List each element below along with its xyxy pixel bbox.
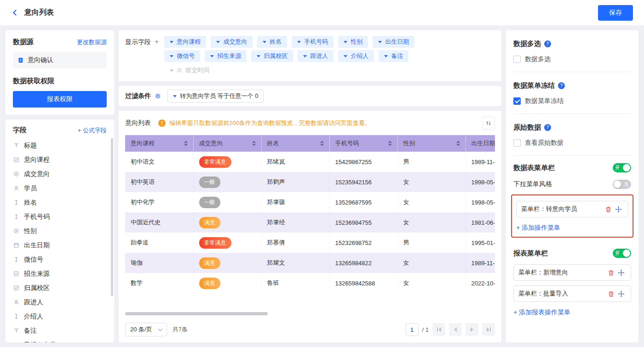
display-field-chip[interactable]: 跟进人 <box>298 50 334 62</box>
cell-intent: 满意 <box>193 273 261 293</box>
sidebar-scrollbar[interactable] <box>111 138 113 296</box>
delete-menu-button[interactable] <box>606 269 616 276</box>
chevron-down-icon <box>297 41 301 43</box>
sidebar-field-item[interactable]: 出生日期 <box>13 238 107 252</box>
back-button[interactable] <box>11 9 19 17</box>
column-header[interactable]: 性别 <box>397 135 466 152</box>
column-header[interactable]: 手机号码 <box>329 135 397 152</box>
chip-label: 备注 <box>391 52 403 60</box>
move-menu-button[interactable] <box>616 269 626 276</box>
display-field-chip[interactable]: 提交时间 <box>164 64 215 76</box>
cell-phone: 132659842588 <box>329 273 397 293</box>
delete-menu-button[interactable] <box>606 290 616 297</box>
question-icon[interactable]: ? <box>544 40 551 47</box>
save-button[interactable]: 保存 <box>598 5 633 21</box>
move-menu-button[interactable] <box>613 206 623 213</box>
sort-arrows-icon[interactable] <box>252 141 256 146</box>
chip-label: 跟进人 <box>310 52 328 60</box>
cell-gender: 男 <box>397 233 466 253</box>
display-field-chip[interactable]: 姓名 <box>257 36 287 48</box>
radio-icon <box>13 228 20 234</box>
sidebar-field-item[interactable]: 招生来源 <box>13 267 107 281</box>
sidebar-field-item[interactable]: 手机号码 <box>13 210 107 224</box>
sidebar-field-item[interactable]: 已报名交费 <box>13 338 107 342</box>
dropdown-style-toggle[interactable]: 关 <box>613 180 631 189</box>
report-menu-items: 菜单栏：新增意向菜单栏：批量导入 <box>513 264 631 302</box>
sidebar-field-item[interactable]: 性别 <box>13 224 107 238</box>
prev-page-button[interactable] <box>449 323 462 336</box>
sort-arrows-icon[interactable] <box>320 141 324 146</box>
sort-button[interactable] <box>482 117 495 130</box>
cell-gender: 女 <box>397 172 466 192</box>
last-page-button[interactable] <box>482 323 495 336</box>
sidebar-field-item[interactable]: 备注 <box>13 324 107 338</box>
table-horizontal-scrollbar[interactable] <box>125 312 268 315</box>
sidebar-field-label: 出生日期 <box>24 241 50 250</box>
column-header[interactable]: 成交意向 <box>193 135 261 152</box>
next-page-button[interactable] <box>466 323 478 336</box>
sidebar-field-item[interactable]: 标题 <box>13 138 107 153</box>
filter-condition-chip[interactable]: 转为意向学员 等于任意一个 0 <box>167 90 264 102</box>
add-report-menu-link[interactable]: + 添加报表操作菜单 <box>513 308 570 317</box>
display-field-chip[interactable]: 意向课程 <box>164 36 206 48</box>
display-field-chip[interactable]: 介绍人 <box>338 50 374 62</box>
display-field-chip[interactable]: 归属校区 <box>251 50 293 62</box>
sort-arrows-icon[interactable] <box>388 141 392 146</box>
checkbox-checked[interactable] <box>513 97 521 105</box>
add-action-menu-link[interactable]: + 添加操作菜单 <box>516 224 560 232</box>
column-header[interactable]: 意向课程 <box>125 135 193 152</box>
filter-settings-icon[interactable] <box>155 93 161 99</box>
display-field-chip[interactable]: 备注 <box>379 50 408 62</box>
chevron-down-icon <box>384 55 388 57</box>
add-display-field-button[interactable]: + <box>155 36 159 76</box>
column-header[interactable]: 姓名 <box>261 135 329 152</box>
first-page-button[interactable] <box>432 323 445 336</box>
toggle-off-label: 关 <box>622 182 630 187</box>
add-formula-field-link[interactable]: + 公式字段 <box>78 126 107 135</box>
datasource-item[interactable]: 意向确认 <box>13 52 107 68</box>
sort-arrows-icon[interactable] <box>184 141 188 146</box>
display-field-chip[interactable]: 微信号 <box>164 50 200 62</box>
sort-arrows-icon[interactable] <box>456 141 460 146</box>
sidebar-field-item[interactable]: 意向课程 <box>13 153 107 167</box>
page-size-select[interactable]: 20 条/页 <box>125 323 167 336</box>
sidebar-field-item[interactable]: 归属校区 <box>13 281 107 295</box>
chevron-down-icon <box>173 95 177 97</box>
chip-label: 介绍人 <box>351 52 368 60</box>
sidebar-field-item[interactable]: 介绍人 <box>13 309 107 324</box>
menu-item[interactable]: 菜单栏：批量导入 <box>513 285 631 302</box>
report-menu-toggle[interactable]: 开 <box>613 249 631 258</box>
sidebar-field-item[interactable]: 姓名 <box>13 195 107 210</box>
sidebar-field-item[interactable]: 微信号 <box>13 252 107 267</box>
multi-select-checkbox-row[interactable]: 数据多选 <box>513 55 631 63</box>
question-icon[interactable]: ? <box>544 124 551 131</box>
toggle-on-label: 开 <box>614 251 621 256</box>
raw-data-checkbox-row[interactable]: 查看原始数据 <box>513 139 631 147</box>
display-field-chip[interactable]: 成交意向 <box>211 36 253 48</box>
cell-gender: 男 <box>397 152 466 172</box>
display-field-chip[interactable]: 手机号码 <box>292 36 334 48</box>
checkbox-unchecked[interactable] <box>513 139 521 147</box>
table-menu-toggle[interactable]: 开 <box>613 163 631 172</box>
table-row: 初中语文非常满意郑绪岚15429867255男1989-11- <box>125 152 495 172</box>
move-menu-button[interactable] <box>616 290 626 297</box>
column-header[interactable]: 出生日期 <box>466 135 495 152</box>
change-datasource-link[interactable]: 更改数据源 <box>77 38 107 46</box>
sidebar-field-item[interactable]: 成交意向 <box>13 167 107 181</box>
delete-menu-button[interactable] <box>603 206 613 213</box>
display-field-chip[interactable]: 性别 <box>338 36 368 48</box>
sidebar-field-item[interactable]: 学员 <box>13 181 107 195</box>
menu-item[interactable]: 菜单栏：新增意向 <box>513 264 631 281</box>
sidebar-field-item[interactable]: 跟进人 <box>13 295 107 309</box>
column-header-label: 性别 <box>403 139 415 148</box>
current-page[interactable]: 1 <box>406 323 419 336</box>
display-field-chip[interactable]: 招生来源 <box>205 50 247 62</box>
display-field-chip[interactable]: 出生日期 <box>373 36 414 48</box>
sidebar-field-label: 成交意向 <box>24 170 50 178</box>
checkbox-unchecked[interactable] <box>513 56 521 63</box>
menu-item[interactable]: 菜单栏：转意向学员 <box>516 201 628 217</box>
report-permission-button[interactable]: 报表权限 <box>13 91 107 108</box>
menu-freeze-checkbox-row[interactable]: 数据菜单冻结 <box>513 97 631 105</box>
filter-label: 过滤条件 <box>125 92 151 100</box>
question-icon[interactable]: ? <box>558 82 565 89</box>
